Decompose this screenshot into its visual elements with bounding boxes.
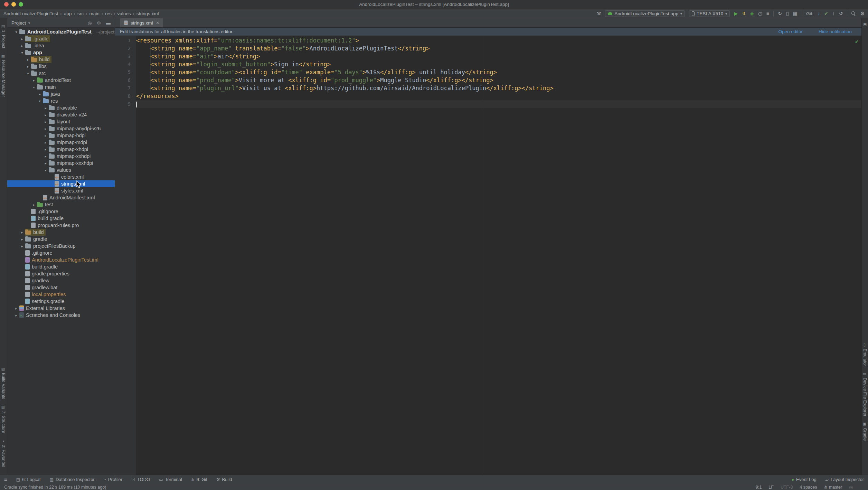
run-configuration-select[interactable]: AndroidLocalizePluginTest.app ▾ (605, 10, 685, 17)
tree-item-androidlocalizeplugintest-iml[interactable]: AndroidLocalizePluginTest.iml (7, 256, 115, 263)
device-select[interactable]: TESLA X510 ▾ (689, 10, 730, 17)
line-number[interactable]: 2 (115, 45, 136, 53)
toolwindow-profiler[interactable]: ◔Profiler (104, 477, 122, 482)
line-separator[interactable]: LF (768, 485, 774, 490)
tree-collapsed-icon[interactable]: ▸ (43, 161, 48, 165)
line-number[interactable]: 5 (115, 68, 136, 76)
tree-item-androidlocalizeplugintest[interactable]: ▾AndroidLocalizePluginTest~/projects/pl (7, 28, 115, 35)
tree-item-idea[interactable]: ▸.idea (7, 42, 115, 49)
stop-button[interactable]: ■ (766, 11, 769, 16)
tree-item-local-properties[interactable]: local.properties (7, 291, 115, 298)
sync-project-button[interactable]: ↻ (778, 11, 782, 16)
tree-item-gradle[interactable]: ▸.gradle (7, 35, 115, 42)
tree-item-projectfilesbackup[interactable]: ▸projectFilesBackup (7, 243, 115, 249)
line-number[interactable]: 3 (115, 53, 136, 60)
tree-expanded-icon[interactable]: ▾ (19, 51, 25, 55)
git-push-button[interactable]: ↑ (832, 11, 835, 16)
sdk-manager-button[interactable]: ▦ (793, 11, 798, 16)
tree-item-mipmap-mdpi[interactable]: ▸mipmap-mdpi (7, 139, 115, 146)
line-number[interactable]: 4 (115, 60, 136, 68)
device-manager-button[interactable]: ▯ (786, 11, 789, 16)
tree-collapsed-icon[interactable]: ▸ (19, 37, 25, 41)
caret-position[interactable]: 9:1 (756, 485, 762, 490)
code-line[interactable]: 9 (115, 100, 861, 108)
line-number[interactable]: 9 (115, 100, 136, 108)
tree-item-build[interactable]: ▸build (7, 229, 115, 236)
tree-item-mipmap-xxxhdpi[interactable]: ▸mipmap-xxxhdpi (7, 160, 115, 167)
tree-collapsed-icon[interactable]: ▸ (13, 307, 19, 310)
close-tab-icon[interactable]: ✕ (156, 21, 159, 25)
tree-item-test[interactable]: ▸test (7, 201, 115, 208)
tree-collapsed-icon[interactable]: ▸ (43, 141, 48, 144)
tree-item-styles-xml[interactable]: </>styles.xml (7, 187, 115, 194)
tree-item-mipmap-hdpi[interactable]: ▸mipmap-hdpi (7, 132, 115, 139)
tree-collapsed-icon[interactable]: ▸ (19, 230, 25, 234)
stripe-resource-manager[interactable]: ▦Resource Manager (1, 54, 6, 97)
line-number[interactable]: 7 (115, 84, 136, 92)
minimize-window-button[interactable] (11, 2, 16, 7)
stripe-gradle[interactable]: ▣Gradle (862, 422, 867, 441)
tree-item-proguard-rules-pro[interactable]: proguard-rules.pro (7, 222, 115, 229)
git-update-button[interactable]: ↓ (818, 11, 820, 16)
tree-item-drawable[interactable]: ▸drawable (7, 104, 115, 111)
tree-collapsed-icon[interactable]: ▸ (25, 65, 31, 68)
apply-changes-button[interactable]: ↯ (742, 11, 746, 16)
settings-icon[interactable]: ⚙ (860, 11, 865, 16)
breadcrumb-item-res[interactable]: res (105, 11, 112, 16)
hide-panel-icon[interactable]: ▬ (106, 20, 111, 26)
file-encoding[interactable]: UTF-8 (781, 485, 793, 490)
tree-collapsed-icon[interactable]: ▸ (43, 120, 48, 124)
tree-collapsed-icon[interactable]: ▸ (43, 106, 48, 110)
tree-collapsed-icon[interactable]: ▸ (19, 244, 25, 248)
notifications-icon[interactable]: ◎ (849, 484, 853, 490)
tree-item-mipmap-xhdpi[interactable]: ▸mipmap-xhdpi (7, 146, 115, 153)
run-button[interactable]: ▶ (734, 11, 738, 16)
toolwindow-build[interactable]: ⚒Build (216, 477, 232, 482)
code-line[interactable]: 3 <string name="air">air</string> (115, 53, 861, 60)
tree-item-gitignore[interactable]: .gitignore (7, 208, 115, 215)
tree-item-settings-gradle[interactable]: settings.gradle (7, 298, 115, 305)
toolwindow-todo[interactable]: ☑TODO (131, 477, 150, 482)
toolwindow-menu-icon[interactable]: ≡ (4, 477, 7, 482)
indent-setting[interactable]: 4 spaces (800, 485, 817, 490)
tree-collapsed-icon[interactable]: ▸ (31, 78, 37, 82)
chevron-down-icon[interactable]: ▾ (28, 21, 30, 25)
line-number[interactable]: 6 (115, 76, 136, 84)
breadcrumb-item-src[interactable]: src (77, 11, 84, 16)
git-branch-widget[interactable]: ⋔ master (824, 484, 842, 490)
tree-item-build-gradle[interactable]: build.gradle (7, 215, 115, 222)
hide-notification-link[interactable]: Hide notification (819, 29, 852, 34)
tree-item-external-libraries[interactable]: ▸External Libraries (7, 305, 115, 312)
code-line[interactable]: 8</resources> (115, 92, 861, 100)
tree-item-java[interactable]: ▸java (7, 91, 115, 97)
code-editor[interactable]: 1<resources xmlns:xliff="urn:oasis:names… (115, 36, 861, 475)
tree-collapsed-icon[interactable]: ▸ (19, 44, 25, 48)
tree-collapsed-icon[interactable]: ▸ (25, 58, 31, 62)
tree-collapsed-icon[interactable]: ▸ (43, 113, 48, 117)
search-everywhere-button[interactable] (851, 11, 856, 16)
stripe-favorites[interactable]: ▪2: Favorites (1, 439, 6, 467)
git-commit-button[interactable]: ✔ (824, 11, 828, 16)
code-line[interactable]: 4 <string name="login_submit_button">Sig… (115, 60, 861, 68)
tab-strings-xml[interactable]: </> strings.xml ✕ (120, 18, 163, 27)
tree-item-drawable-v24[interactable]: ▸drawable-v24 (7, 111, 115, 118)
stripe-build-variants[interactable]: ▧Build Variants (1, 367, 6, 399)
breadcrumb-item-strings-xml[interactable]: strings.xml (136, 11, 159, 16)
tree-item-androidmanifest-xml[interactable]: </>AndroidManifest.xml (7, 194, 115, 201)
tree-item-mipmap-xxhdpi[interactable]: ▸mipmap-xxhdpi (7, 153, 115, 160)
close-window-button[interactable] (4, 2, 9, 7)
code-line[interactable]: 1<resources xmlns:xliff="urn:oasis:names… (115, 37, 861, 45)
maximize-window-button[interactable] (19, 2, 23, 7)
gradle-icon[interactable]: ▣ (863, 22, 867, 26)
tree-expanded-icon[interactable]: ▾ (25, 72, 31, 75)
tree-collapsed-icon[interactable]: ▸ (43, 148, 48, 151)
tree-collapsed-icon[interactable]: ▸ (19, 237, 25, 241)
breadcrumb-item-main[interactable]: main (89, 11, 99, 16)
line-number[interactable]: 8 (115, 92, 136, 100)
stripe-emulator[interactable]: ▯Emulator (862, 342, 867, 366)
tree-collapsed-icon[interactable]: ▸ (31, 203, 37, 207)
tree-item-colors-xml[interactable]: </>colors.xml (7, 173, 115, 180)
stripe-project[interactable]: ▤1: Project (1, 24, 6, 48)
stripe-device-file-explorer[interactable]: ▭Device File Explorer (862, 371, 867, 416)
tree-item-res[interactable]: ▾res (7, 97, 115, 104)
